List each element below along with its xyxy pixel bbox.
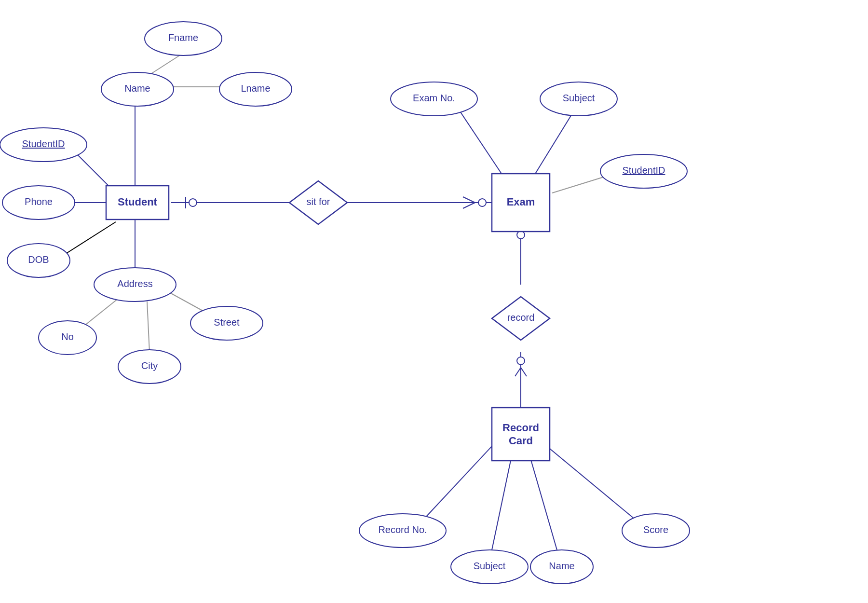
no-label: No [61, 331, 74, 342]
subject-exam-line [535, 111, 574, 174]
name-rc-label: Name [549, 561, 574, 571]
studentid2-label: StudentID [623, 165, 665, 176]
record-card-label1: Record [502, 422, 539, 434]
sitfor-label: sit for [307, 196, 330, 207]
zero-circle3 [517, 231, 525, 239]
dob-student-line [63, 222, 116, 256]
studentid-label: StudentID [22, 138, 65, 149]
rc-name-line [530, 458, 557, 550]
address-label: Address [117, 278, 152, 289]
record-no-label: Record No. [378, 524, 427, 535]
fname-label: Fname [168, 32, 198, 43]
examno-label: Exam No. [413, 93, 455, 103]
rc-score-line [550, 449, 634, 519]
score-label: Score [643, 524, 668, 535]
subject-exam-label: Subject [563, 93, 595, 103]
crow5 [521, 368, 527, 376]
crow2 [463, 203, 475, 208]
street-label: Street [214, 317, 240, 328]
rc-subject-line [492, 458, 511, 550]
fname-name-line [149, 53, 183, 75]
record-card-label2: Card [509, 435, 533, 447]
student-label: Student [118, 196, 158, 208]
phone-label: Phone [25, 196, 53, 207]
crow1 [463, 197, 475, 203]
rc-recordno-line [424, 446, 492, 519]
crow4 [515, 368, 521, 376]
er-diagram: sit for record Student Exam Record Card … [0, 0, 868, 603]
subject-rc-label: Subject [474, 561, 506, 571]
address-no-line [84, 297, 121, 326]
address-city-line [147, 302, 149, 352]
exam-label: Exam [507, 196, 535, 208]
name-label: Name [124, 83, 150, 94]
zero-circle4 [517, 357, 525, 365]
examno-exam-line [458, 109, 502, 174]
city-label: City [141, 360, 158, 371]
zero-circle2 [478, 199, 486, 206]
lname-label: Lname [241, 83, 270, 94]
zero-circle1 [189, 199, 197, 206]
record-label: record [507, 312, 535, 323]
dob-label: DOB [28, 254, 49, 265]
